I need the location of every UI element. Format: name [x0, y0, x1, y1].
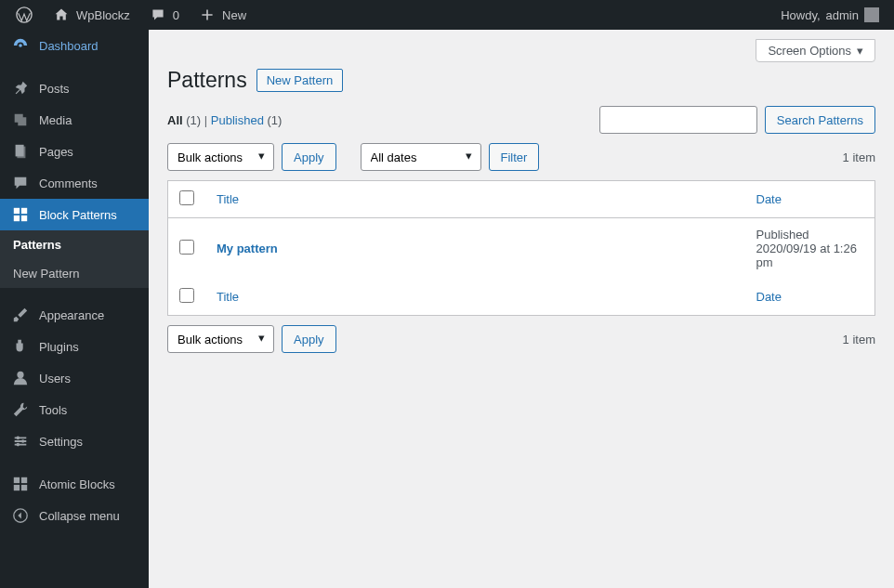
sidebar-item-label: Appearance: [39, 308, 104, 322]
views: All (1) | Published (1): [167, 113, 282, 127]
howdy-prefix: Howdy,: [781, 8, 820, 22]
svg-rect-4: [14, 208, 20, 214]
sidebar-item-label: Collapse menu: [39, 509, 120, 523]
brush-icon: [11, 307, 30, 323]
svg-point-9: [17, 437, 20, 440]
avatar: [864, 7, 879, 22]
svg-point-1: [19, 44, 22, 47]
svg-rect-6: [14, 216, 20, 221]
sidebar-item-label: Block Patterns: [39, 208, 117, 222]
svg-point-8: [17, 372, 23, 378]
sidebar-item-label: Users: [39, 372, 71, 385]
select-all-checkbox-bottom[interactable]: [179, 288, 194, 303]
apply-button[interactable]: Apply: [282, 143, 336, 171]
sidebar-item-label: Posts: [39, 82, 70, 96]
submenu-item-patterns[interactable]: Patterns: [0, 230, 149, 259]
site-name: WpBlockz: [76, 8, 130, 22]
row-title-link[interactable]: My pattern: [217, 242, 278, 255]
bulk-actions-select[interactable]: Bulk actions: [167, 143, 274, 171]
site-name-link[interactable]: WpBlockz: [45, 0, 138, 30]
home-icon: [52, 7, 71, 22]
sidebar-item-label: Tools: [39, 403, 67, 417]
row-checkbox[interactable]: [179, 240, 194, 255]
item-count: 1 item: [843, 150, 875, 164]
grid-icon: [11, 476, 30, 492]
sliders-icon: [11, 433, 30, 450]
views-sep: |: [204, 113, 211, 127]
wrench-icon: [11, 401, 30, 418]
sidebar-item-pages[interactable]: Pages: [0, 136, 149, 167]
sidebar-item-tools[interactable]: Tools: [0, 394, 149, 425]
sidebar-item-settings[interactable]: Settings: [0, 425, 149, 457]
user-name: admin: [826, 8, 859, 22]
search-input[interactable]: [599, 106, 757, 134]
view-all-count: (1): [186, 113, 201, 127]
sidebar-item-label: Media: [39, 113, 72, 127]
sidebar-item-block-patterns[interactable]: Block Patterns: [0, 199, 149, 230]
grid-icon: [11, 206, 30, 223]
item-count-bottom: 1 item: [843, 333, 875, 346]
pin-icon: [11, 80, 30, 97]
page-icon: [11, 143, 30, 160]
svg-rect-3: [17, 147, 25, 159]
wordpress-icon: [15, 7, 33, 23]
plus-icon: [198, 7, 217, 22]
view-all-label[interactable]: All: [167, 113, 183, 127]
add-new-button[interactable]: New Pattern: [256, 69, 344, 92]
sidebar-item-plugins[interactable]: Plugins: [0, 331, 149, 362]
comment-icon: [149, 7, 167, 22]
col-title-bottom[interactable]: Title: [217, 290, 239, 304]
wp-logo[interactable]: [7, 0, 41, 30]
table-row: My pattern Published 2020/09/19 at 1:26 …: [168, 218, 875, 280]
svg-rect-5: [21, 208, 27, 214]
view-published-count: (1): [268, 113, 283, 127]
svg-point-10: [21, 439, 25, 443]
new-link[interactable]: New: [191, 0, 254, 30]
bulk-actions-select-bottom[interactable]: Bulk actions: [167, 325, 274, 353]
view-published-link[interactable]: Published: [211, 113, 264, 127]
svg-rect-15: [21, 485, 27, 490]
filter-button[interactable]: Filter: [489, 143, 540, 171]
comments-count: 0: [173, 8, 179, 22]
sidebar-item-label: Pages: [39, 145, 73, 159]
svg-point-11: [17, 443, 20, 447]
select-all-checkbox[interactable]: [179, 190, 194, 205]
media-icon: [11, 111, 30, 128]
chevron-down-icon: ▾: [857, 44, 863, 58]
comments-link[interactable]: 0: [141, 0, 187, 30]
row-date: 2020/09/19 at 1:26 pm: [756, 242, 857, 269]
sidebar-item-appearance[interactable]: Appearance: [0, 299, 149, 331]
plug-icon: [11, 338, 30, 355]
col-date[interactable]: Date: [756, 192, 782, 206]
sidebar-item-dashboard[interactable]: Dashboard: [0, 30, 149, 61]
sidebar-collapse[interactable]: Collapse menu: [0, 500, 149, 531]
dashboard-icon: [11, 37, 30, 54]
my-account[interactable]: Howdy, admin: [773, 0, 887, 30]
sidebar-item-label: Dashboard: [39, 39, 99, 53]
sidebar-item-atomic-blocks[interactable]: Atomic Blocks: [0, 468, 149, 500]
date-filter-select[interactable]: All dates: [361, 143, 481, 171]
svg-rect-14: [14, 485, 20, 490]
svg-rect-13: [21, 477, 27, 483]
new-label: New: [222, 8, 246, 22]
page-title: Patterns: [167, 68, 247, 93]
svg-rect-7: [21, 216, 27, 221]
row-status: Published: [756, 228, 809, 242]
sidebar-item-posts[interactable]: Posts: [0, 72, 149, 104]
col-date-bottom[interactable]: Date: [756, 290, 782, 304]
sidebar-item-label: Atomic Blocks: [39, 477, 115, 491]
sidebar-item-label: Settings: [39, 435, 83, 449]
sidebar-item-users[interactable]: Users: [0, 362, 149, 394]
sidebar-item-label: Plugins: [39, 340, 79, 354]
screen-options-button[interactable]: Screen Options ▾: [756, 39, 875, 62]
submenu-item-new-pattern[interactable]: New Pattern: [0, 259, 149, 288]
sidebar-item-comments[interactable]: Comments: [0, 167, 149, 199]
user-icon: [11, 370, 30, 386]
apply-button-bottom[interactable]: Apply: [282, 325, 336, 353]
sidebar-item-media[interactable]: Media: [0, 104, 149, 136]
svg-rect-12: [14, 477, 20, 483]
screen-options-label: Screen Options: [768, 44, 851, 58]
collapse-icon: [11, 507, 30, 524]
col-title[interactable]: Title: [217, 192, 239, 206]
search-button[interactable]: Search Patterns: [765, 106, 875, 134]
